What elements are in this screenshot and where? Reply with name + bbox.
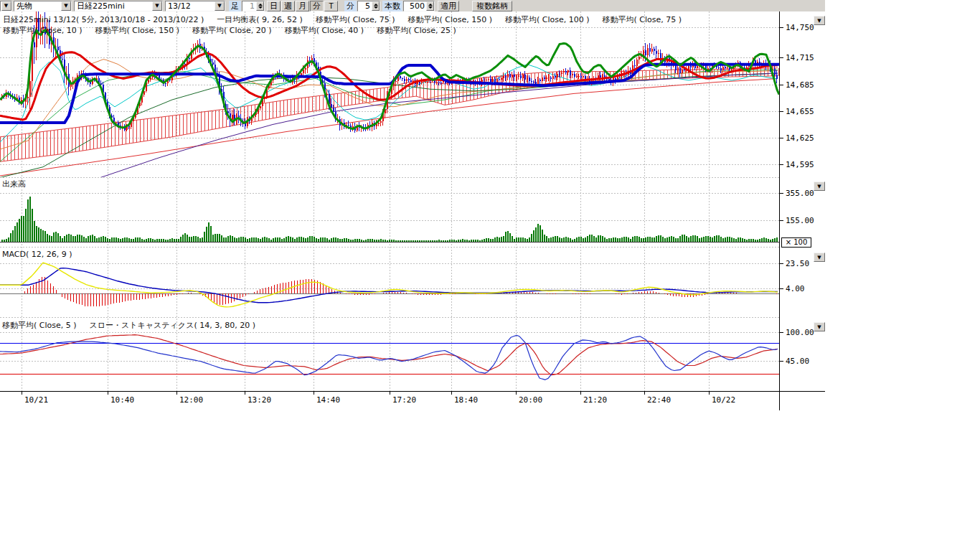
y-axis-label: 23.50 <box>786 259 809 268</box>
y-axis-label: 14,625 <box>786 133 814 143</box>
macd-panel-menu-button[interactable]: ▼ <box>814 253 825 262</box>
chevron-down-icon: ▼ <box>817 184 821 189</box>
x-axis-label: 10:40 <box>110 395 134 405</box>
main-panel-menu-button[interactable]: ▼ <box>814 16 825 25</box>
chevron-down-icon: ▼ <box>817 255 821 260</box>
x-axis-label: 21:20 <box>583 395 607 405</box>
x-axis-label: 14:40 <box>316 395 340 405</box>
y-axis-label: 14,655 <box>786 107 814 116</box>
candles-layer <box>1 3 778 133</box>
x-axis-label: 22:40 <box>647 395 671 405</box>
y-axis-label: 14,715 <box>786 53 814 62</box>
y-axis-label: 45.00 <box>786 357 809 366</box>
x-axis-label: 20:00 <box>519 395 542 405</box>
app-window: { "toolbar": { "edge_combo_arrow": "▼", … <box>0 0 980 551</box>
y-axis-label: 14,595 <box>786 160 814 169</box>
chevron-down-icon: ▼ <box>817 324 821 330</box>
volume-multiplier-badge: × 100 <box>781 237 811 248</box>
x-axis-label: 12:00 <box>179 395 203 405</box>
stoch-panel-menu-button[interactable]: ▼ <box>814 322 825 331</box>
x-axis-label: 13:20 <box>248 395 271 405</box>
chart-canvas: 10/2110:4012:0013:2014:4017:2018:4020:00… <box>0 0 980 551</box>
y-axis-label: 14,685 <box>786 80 814 90</box>
volume-panel-menu-button[interactable]: ▼ <box>814 182 825 191</box>
chevron-down-icon: ▼ <box>817 18 821 24</box>
y-axis-label: 355.00 <box>786 189 814 198</box>
x-axis-label: 18:40 <box>454 395 478 405</box>
x-axis-label: 17:20 <box>392 395 416 405</box>
y-axis-label: 100.00 <box>786 328 814 337</box>
x-axis-label: 10/21 <box>24 395 48 405</box>
y-axis-label: 14,750 <box>786 23 814 32</box>
gridlines <box>0 11 779 391</box>
x-axis-label: 10/22 <box>712 395 735 405</box>
y-axis-label: 4.00 <box>786 284 805 293</box>
y-axis-label: 155.00 <box>786 216 814 225</box>
